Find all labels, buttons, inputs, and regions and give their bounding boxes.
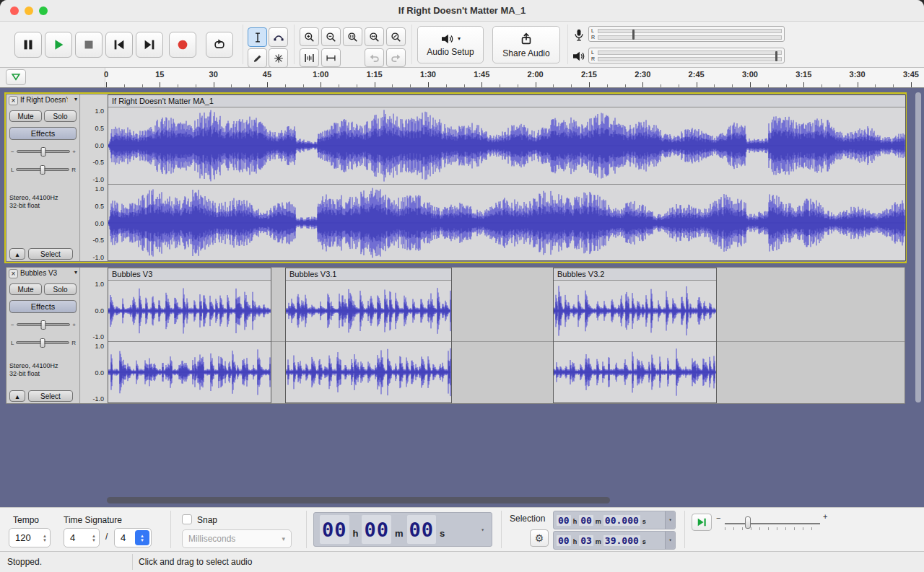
waveform-channel-right[interactable] [108,342,271,402]
horizontal-scrollbar[interactable] [107,497,610,503]
gain-slider[interactable]: − + [11,146,76,157]
waveform-channel-left[interactable] [108,107,905,184]
effects-button[interactable]: Effects [9,300,77,313]
close-track-button[interactable]: × [9,96,18,105]
pan-slider[interactable]: L R [11,164,76,175]
chevron-down-icon[interactable]: ▾ [665,532,675,549]
audio-clip[interactable]: If Right Doesn't Matter MA_1 [108,94,906,261]
track-1-vertical-ruler[interactable]: 1.0 0.5 0.0 -0.5 -1.0 1.0 0.5 0.0 -0.5 -… [81,94,108,261]
select-track-button[interactable]: Select [28,248,73,260]
track-menu-caret-icon[interactable]: ▾ [74,269,77,276]
effects-button[interactable]: Effects [9,127,77,140]
time-signature-lower-select[interactable]: 4 ▲▼ [114,528,152,547]
skip-to-start-button[interactable] [105,32,133,58]
fit-project-icon [368,31,380,43]
snap-checkbox[interactable] [182,514,192,524]
audio-setup-button[interactable]: ▾ Audio Setup [417,26,484,63]
undo-button[interactable] [365,48,384,67]
mute-button[interactable]: Mute [9,110,42,122]
select-caret-icon[interactable]: ▲▼ [135,530,149,545]
draw-tool-button[interactable] [248,48,267,68]
audio-position-display[interactable]: 00 h 00 m 00 s ▾ [313,512,492,547]
track-2-vertical-ruler[interactable]: 1.0 0.0 -1.0 1.0 0.0 -1.0 [81,268,108,403]
recording-meter[interactable]: L R [588,26,785,42]
clip-title-bar[interactable]: If Right Doesn't Matter MA_1 [108,95,905,107]
multi-tool-button[interactable] [269,48,288,68]
zoom-in-button[interactable] [300,27,319,46]
clip-title-bar[interactable]: Bubbles V3.1 [286,268,451,281]
track-1-clip-area[interactable]: If Right Doesn't Matter MA_1 [108,94,905,261]
clip-title-bar[interactable]: Bubbles V3.2 [554,268,716,281]
silence-audio-button[interactable] [321,48,341,67]
audio-clip[interactable]: Bubbles V3 [108,268,271,403]
collapse-track-button[interactable]: ▴ [9,248,25,260]
pause-button[interactable] [14,32,42,58]
vertical-scrollbar[interactable] [914,91,923,502]
speed-minus-label[interactable]: − [716,514,720,522]
window-title: If Right Doesn't Matter MA_1 [0,5,924,16]
tempo-input[interactable]: 120 ▲▼ [9,528,51,547]
pan-slider-thumb[interactable] [40,165,45,175]
speed-plus-label[interactable]: + [823,512,827,521]
collapse-track-button[interactable]: ▴ [9,390,25,402]
selection-end-field[interactable]: 00 h 03 m 39.000 s ▾ [553,531,676,550]
pan-slider-thumb[interactable] [40,338,45,348]
scale-label: 0.5 [95,125,104,132]
loop-button[interactable] [206,32,233,58]
audio-clip[interactable]: Bubbles V3.2 [553,268,717,403]
mute-button[interactable]: Mute [9,283,42,295]
waveform-channel-left[interactable] [108,281,271,341]
stepper-arrows[interactable]: ▲▼ [43,534,47,542]
fit-selection-button[interactable] [343,27,362,46]
time-signature-slash: / [105,532,108,542]
zoom-toggle-button[interactable] [386,27,406,46]
track-name[interactable]: If Right Doesn't Matter MA_1 [20,96,68,105]
snap-mode-value: Milliseconds [188,534,235,544]
select-track-button[interactable]: Select [28,390,73,402]
waveform-channel-right[interactable] [108,185,905,261]
solo-button[interactable]: Solo [44,110,77,122]
play-button[interactable] [45,32,72,58]
stepper-arrows[interactable]: ▲▼ [92,534,96,542]
play-at-speed-button[interactable] [692,514,712,531]
chevron-down-icon[interactable]: ▾ [481,527,484,533]
audio-clip[interactable]: Bubbles V3.1 [285,268,452,403]
track-2-clip-area[interactable]: Bubbles V3 Bubbles V3.1 Bubbles V3.2 [108,268,905,403]
waveform-channel-right[interactable] [286,342,451,402]
skip-to-end-button[interactable] [136,32,163,58]
zoom-out-button[interactable] [321,27,341,46]
waveform-channel-right[interactable] [554,342,716,402]
gain-slider-thumb[interactable] [41,320,46,330]
timeline-options-button[interactable] [6,69,26,85]
clip-title-bar[interactable]: Bubbles V3 [108,268,271,281]
gain-slider[interactable]: − + [11,320,76,330]
timeline-ticks[interactable]: 01530451:001:151:301:452:002:152:302:453… [106,68,912,87]
pan-slider[interactable]: L R [11,338,76,348]
waveform [108,185,905,261]
envelope-tool-button[interactable] [269,27,288,47]
gain-slider-thumb[interactable] [41,147,46,157]
waveform-channel-left[interactable] [286,281,451,341]
solo-button[interactable]: Solo [44,283,77,295]
stop-button[interactable] [75,32,103,58]
playback-meter[interactable]: L R [588,48,785,63]
redo-button[interactable] [386,48,406,67]
chevron-down-icon[interactable]: ▾ [665,511,675,529]
selection-start-field[interactable]: 00 h 00 m 00.000 s ▾ [553,511,676,529]
trim-audio-button[interactable] [300,48,319,67]
play-speed-slider[interactable] [725,523,820,524]
selection-settings-button[interactable]: ⚙ [530,529,549,547]
snap-mode-dropdown[interactable]: Milliseconds ▾ [182,529,292,548]
selection-tool-button[interactable] [248,27,267,47]
fit-project-button[interactable] [365,27,384,46]
waveform-channel-left[interactable] [554,281,716,341]
track-menu-caret-icon[interactable]: ▾ [74,96,77,102]
close-track-button[interactable]: × [9,269,18,278]
track-name[interactable]: Bubbles V3 [20,269,68,278]
record-button[interactable] [169,32,196,58]
timeline-ruler[interactable]: 01530451:001:151:301:452:002:152:302:453… [0,68,924,88]
track-area[interactable]: × If Right Doesn't Matter MA_1 ▾ Mute So… [0,88,924,507]
vertical-scrollbar-thumb[interactable] [915,92,921,402]
share-audio-button[interactable]: Share Audio [492,26,560,63]
time-signature-upper-input[interactable]: 4 ▲▼ [64,528,100,547]
